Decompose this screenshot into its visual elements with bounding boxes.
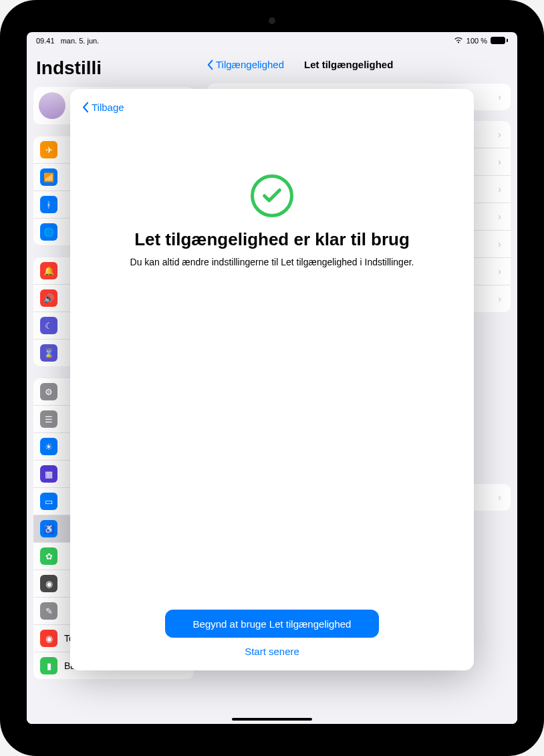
chevron-right-icon: › (498, 266, 501, 277)
battery-icon (491, 37, 508, 44)
sidebar-title: Indstilli (33, 52, 194, 87)
detail-title: Let tilgængelighed (304, 59, 393, 70)
modal-back-label: Tilbage (92, 102, 124, 113)
chevron-right-icon: › (498, 293, 501, 304)
modal-actions: Begynd at bruge Let tilgængelighed Start… (82, 610, 462, 660)
wifi-icon (454, 36, 463, 45)
ipad-frame: 09.41 man. 5. jun. 100 % Indstilli (0, 0, 544, 756)
start-now-button[interactable]: Begynd at bruge Let tilgængelighed (165, 610, 379, 638)
modal-title: Let tilgængelighed er klar til brug (134, 229, 410, 250)
screen: 09.41 man. 5. jun. 100 % Indstilli (27, 32, 517, 724)
status-bar: 09.41 man. 5. jun. 100 % (27, 32, 517, 47)
accessibility-icon: ♿ (40, 520, 57, 537)
control-center-icon: ☰ (40, 410, 57, 428)
touch-id-icon: ◉ (40, 630, 57, 647)
start-later-button[interactable]: Start senere (245, 646, 299, 657)
avatar (39, 92, 65, 119)
detail-nav: Tilgængelighed Let tilgængelighed (207, 52, 511, 73)
homescreen-icon: ▦ (40, 465, 57, 483)
chevron-right-icon: › (498, 92, 501, 102)
wallpaper-icon: ✿ (40, 547, 57, 565)
display-icon: ☀ (40, 438, 57, 455)
chevron-right-icon: › (498, 156, 501, 167)
bluetooth-icon: ᚼ (40, 196, 57, 213)
front-camera (269, 17, 275, 24)
notifications-icon: 🔔 (40, 262, 57, 279)
siri-icon: ◉ (40, 575, 57, 592)
airplane-icon: ✈ (40, 141, 57, 158)
screentime-icon: ⌛ (40, 344, 57, 362)
multitask-icon: ▭ (40, 493, 57, 510)
status-left: 09.41 man. 5. jun. (36, 37, 99, 45)
assistive-access-ready-modal: Tilbage Let tilgængelighed er klar til b… (70, 89, 474, 670)
checkmark-circle-icon (251, 174, 293, 217)
sounds-icon: 🔊 (40, 289, 57, 307)
wifi-settings-icon: 📶 (40, 168, 57, 186)
battery-settings-icon: ▮ (40, 657, 57, 674)
status-time: 09.41 (36, 37, 55, 45)
status-right: 100 % (454, 36, 508, 45)
chevron-right-icon: › (498, 129, 501, 140)
pencil-icon: ✎ (40, 602, 57, 620)
chevron-right-icon: › (498, 239, 501, 249)
general-icon: ⚙ (40, 383, 57, 400)
modal-back-button[interactable]: Tilbage (82, 97, 462, 117)
focus-icon: ☾ (40, 317, 57, 334)
modal-body: Let tilgængelighed er klar til brug Du k… (82, 117, 462, 610)
detail-back-button[interactable]: Tilgængelighed (207, 59, 284, 70)
status-date: man. 5. jun. (61, 37, 99, 45)
chevron-right-icon: › (498, 184, 501, 195)
modal-subtitle: Du kan altid ændre indstillingerne til L… (130, 257, 414, 267)
chevron-right-icon: › (498, 211, 501, 222)
chevron-right-icon: › (498, 492, 501, 503)
detail-back-label: Tilgængelighed (216, 59, 284, 70)
battery-percent: 100 % (466, 37, 487, 45)
network-icon: 🌐 (40, 223, 57, 241)
home-indicator[interactable] (232, 718, 312, 721)
